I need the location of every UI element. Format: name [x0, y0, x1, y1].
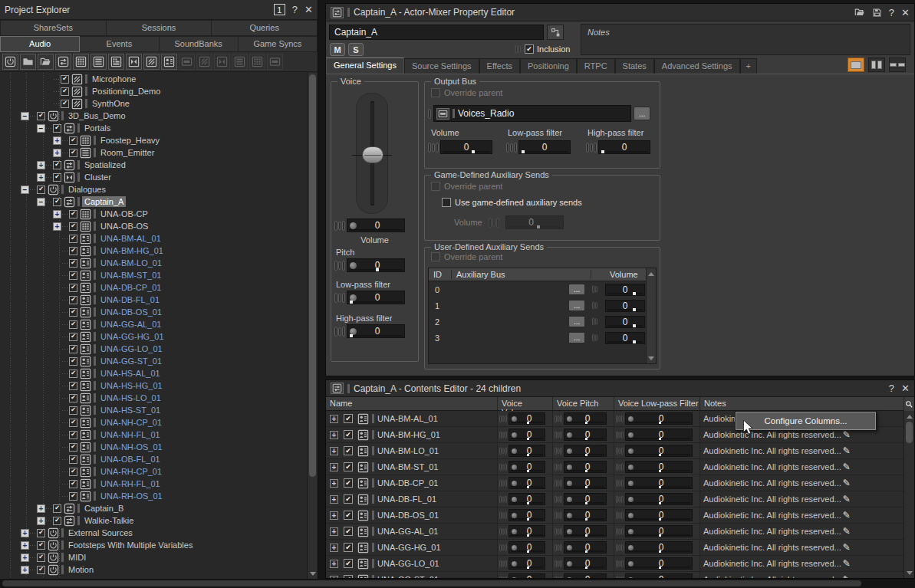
voice-pitch-field[interactable]: 0 [564, 573, 607, 578]
tab-soundbanks[interactable]: SoundBanks [160, 36, 239, 52]
voice-lpf-cell[interactable]: 0 [614, 475, 700, 491]
tree-item-label[interactable]: Room_Emitter [98, 147, 156, 158]
voice-lpf-field[interactable]: 0 [625, 412, 693, 425]
tree-item-label[interactable]: UNA-OB-FL_01 [98, 454, 163, 465]
tree-item-checkbox[interactable]: ✔ [69, 480, 77, 488]
tree-item-checkbox[interactable]: ✔ [69, 357, 77, 366]
expand-icon[interactable]: + [330, 511, 338, 520]
expand-icon[interactable]: + [21, 529, 29, 537]
tree-item-checkbox[interactable]: ✔ [69, 406, 77, 415]
expand-icon[interactable]: + [37, 173, 45, 182]
voice-pitch-cell[interactable]: 0 [553, 443, 614, 458]
tree-row[interactable]: ✔ UNA-GG-HG_01 [0, 330, 318, 343]
voice-pitch-cell[interactable]: 0 [553, 427, 614, 442]
voice-volume-field[interactable]: 0 [509, 412, 545, 425]
output-bus-selector[interactable]: Voices_Radio [433, 105, 631, 122]
expand-icon[interactable]: + [330, 463, 338, 471]
row-name[interactable]: UNA-DB-FL_01 [377, 494, 436, 504]
tree-item-label[interactable]: UNA-OB-OS [98, 221, 150, 232]
voice-volume-field[interactable]: 0 [509, 477, 545, 489]
tree-item-label[interactable]: UNA-GG-ST_01 [98, 356, 164, 366]
expand-icon[interactable]: + [330, 415, 338, 423]
tree-row[interactable]: + ✔ Spatialized [0, 159, 318, 171]
collapse-icon[interactable]: − [21, 186, 29, 194]
contents-scrollbar-thumb[interactable] [906, 422, 913, 443]
use-game-aux-checkbox[interactable] [442, 198, 451, 207]
tree-row[interactable]: ✔ UNA-GG-ST_01 [0, 355, 318, 367]
voice-pitch-field[interactable]: 0 [564, 461, 607, 473]
tree-item-checkbox[interactable]: ✔ [69, 345, 77, 353]
edit-pencil-icon[interactable]: ✎ [843, 478, 851, 488]
voice-lpf-field[interactable]: 0 [625, 477, 693, 489]
sound-sfx-icon[interactable] [143, 54, 160, 70]
tree-row[interactable]: ✔ Positioning_Demo [0, 85, 318, 97]
actor-mixer-icon[interactable] [55, 54, 71, 70]
tree-row[interactable]: + ✔ Foostep_Heavy [0, 134, 318, 146]
add-tab-button[interactable]: + [740, 58, 757, 74]
tree-row[interactable]: ✔ SynthOne [0, 97, 318, 110]
expand-icon[interactable]: + [330, 495, 338, 504]
tree-item-checkbox[interactable]: ✔ [69, 284, 77, 292]
edit-pencil-icon[interactable]: ✎ [843, 445, 851, 456]
menu-item-configure-columns[interactable]: Configure Columns... [764, 416, 847, 425]
tree-item-checkbox[interactable]: ✔ [61, 75, 69, 84]
tree-row[interactable]: ✔ UNA-RH-FL_01 [0, 478, 318, 490]
tree-item-label[interactable]: Captain_A [82, 196, 126, 207]
aux-volume-field[interactable]: 0 [605, 284, 645, 296]
tab-advanced-settings[interactable]: Advanced Settings [654, 58, 740, 74]
row-name[interactable]: UNA-GG-AL_01 [377, 527, 438, 536]
volume-slider[interactable] [356, 93, 388, 214]
voice-pitch-cell[interactable]: 0 [553, 475, 614, 491]
row-checkbox[interactable]: ✔ [344, 527, 353, 536]
voice-volume-cell[interactable]: 0 [498, 524, 553, 539]
expand-icon[interactable]: + [53, 149, 61, 157]
tree-item-label[interactable]: UNA-DB-OS_01 [98, 307, 164, 317]
row-name[interactable]: UNA-DB-OS_01 [377, 511, 439, 520]
rtpc-indicator[interactable] [334, 326, 345, 337]
tree-row[interactable]: + ✔ Captain_B [0, 502, 318, 514]
voice-lpf-field[interactable]: 0 [625, 525, 693, 537]
voice-volume-cell[interactable]: 0 [498, 491, 553, 507]
row-notes[interactable]: Audiokinetic Inc. All rights reserved... [703, 543, 841, 552]
voice-volume-cell[interactable]: 0 [498, 443, 553, 458]
voice-volume-field[interactable]: 0 [509, 541, 545, 554]
tree-item-checkbox[interactable]: ✔ [69, 308, 77, 317]
tree-item-label[interactable]: UNA-BM-AL_01 [98, 233, 163, 244]
voice-volume-field[interactable]: 0 [509, 445, 545, 457]
tree-item-label[interactable]: Walkie-Talkie [82, 515, 136, 526]
row-checkbox[interactable]: ✔ [344, 446, 353, 455]
voice-lpf-cell[interactable]: 0 [614, 556, 700, 571]
tree-item-checkbox[interactable]: ✔ [69, 431, 77, 439]
voice-pitch-field[interactable]: 0 [564, 525, 607, 537]
contents-columns-header[interactable]: Name Voice Volume Voice Pitch Voice Low-… [326, 397, 914, 411]
tree-item-checkbox[interactable]: ✔ [69, 333, 77, 341]
switch-container-icon[interactable] [126, 54, 142, 70]
tree-item-label[interactable]: Footsteps With Multiple Variables [66, 540, 195, 550]
expand-icon[interactable]: + [53, 222, 61, 231]
tree-row[interactable]: + ✔ Cluster [0, 171, 318, 183]
tree-item-checkbox[interactable]: ✔ [69, 394, 77, 402]
row-checkbox[interactable]: ✔ [344, 430, 353, 439]
voice-pitch-cell[interactable]: 0 [553, 524, 614, 539]
browse-aux-bus-button[interactable]: ... [568, 284, 585, 295]
tree-item-label[interactable]: UNA-GG-HG_01 [98, 331, 166, 342]
tree-item-checkbox[interactable]: ✔ [69, 210, 77, 218]
tree-item-label[interactable]: Microphone [90, 74, 138, 84]
voice-pitch-field[interactable]: 0 [347, 258, 405, 272]
sequence-container-icon[interactable] [91, 54, 107, 70]
scroll-down-icon[interactable] [904, 568, 914, 577]
notes-field[interactable]: Notes [581, 24, 910, 55]
voice-volume-field[interactable]: 0 [509, 461, 545, 473]
voice-lpf-cell[interactable]: 0 [614, 508, 700, 523]
expand-icon[interactable]: + [330, 431, 338, 439]
voice-lpf-cell[interactable]: 0 [614, 540, 700, 555]
browse-aux-bus-button[interactable]: ... [568, 316, 585, 327]
voice-pitch-cell[interactable]: 0 [553, 556, 614, 571]
tab-states[interactable]: States [615, 58, 654, 74]
expand-icon[interactable]: + [37, 504, 45, 513]
tree-item-label[interactable]: UNA-GG-AL_01 [98, 319, 163, 330]
aux-send-row[interactable]: 2 ... 0 [429, 314, 656, 330]
rtpc-indicator[interactable] [334, 220, 345, 231]
tree-item-label[interactable]: UNA-BM-ST_01 [98, 270, 163, 281]
tree-row[interactable]: − ✔ Dialogues [0, 183, 318, 195]
